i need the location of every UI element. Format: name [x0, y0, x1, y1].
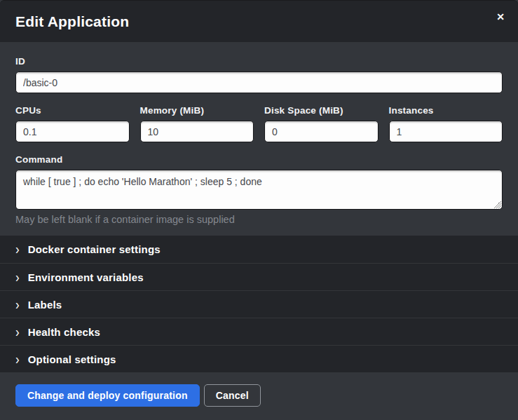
accordion-optional-settings[interactable]: › Optional settings — [0, 345, 518, 372]
cpus-label: CPUs — [15, 105, 130, 116]
disk-label: Disk Space (MiB) — [264, 105, 379, 116]
close-icon: ✕ — [496, 11, 505, 22]
modal-title: Edit Application — [15, 13, 129, 30]
command-label: Command — [15, 154, 503, 165]
id-label: ID — [15, 56, 503, 67]
memory-input[interactable] — [140, 121, 254, 142]
accordion-labels[interactable]: › Labels — [0, 290, 518, 318]
cancel-button[interactable]: Cancel — [204, 384, 261, 407]
accordion-label: Health checks — [28, 326, 100, 338]
command-field-group: Command while [ true ] ; do echo 'Hello … — [15, 154, 503, 225]
instances-label: Instances — [389, 105, 503, 116]
cpus-input[interactable] — [15, 121, 130, 142]
command-help-text: May be left blank if a container image i… — [15, 214, 503, 225]
instances-field-group: Instances — [389, 105, 503, 142]
accordion-sections: › Docker container settings › Environmen… — [0, 236, 518, 372]
memory-label: Memory (MiB) — [140, 105, 254, 116]
command-textarea-wrap: while [ true ] ; do echo 'Hello Marathon… — [15, 170, 503, 210]
command-textarea[interactable]: while [ true ] ; do echo 'Hello Marathon… — [15, 170, 503, 210]
id-input[interactable] — [15, 72, 503, 93]
disk-field-group: Disk Space (MiB) — [264, 105, 379, 142]
close-button[interactable]: ✕ — [493, 9, 508, 25]
chevron-right-icon: › — [15, 352, 20, 366]
disk-input[interactable] — [264, 121, 379, 142]
chevron-right-icon: › — [15, 243, 20, 257]
chevron-right-icon: › — [15, 270, 20, 284]
id-field-group: ID — [15, 56, 503, 93]
accordion-docker-container-settings[interactable]: › Docker container settings — [0, 236, 518, 263]
submit-button[interactable]: Change and deploy configuration — [15, 384, 200, 407]
memory-field-group: Memory (MiB) — [140, 105, 254, 142]
accordion-label: Docker container settings — [28, 243, 161, 255]
resize-handle[interactable] — [493, 201, 501, 208]
chevron-right-icon: › — [15, 325, 20, 339]
modal-body: ID CPUs Memory (MiB) Disk Space (MiB) In… — [0, 42, 518, 236]
modal-header: Edit Application ✕ — [0, 0, 518, 42]
accordion-health-checks[interactable]: › Health checks — [0, 318, 518, 345]
chevron-right-icon: › — [15, 297, 20, 311]
accordion-label: Labels — [28, 299, 62, 311]
accordion-label: Environment variables — [28, 271, 144, 283]
accordion-environment-variables[interactable]: › Environment variables — [0, 263, 518, 290]
cpus-field-group: CPUs — [15, 105, 130, 142]
resources-row: CPUs Memory (MiB) Disk Space (MiB) Insta… — [15, 105, 503, 154]
edit-application-modal: Edit Application ✕ ID CPUs Memory (MiB) … — [0, 0, 518, 420]
modal-footer: Change and deploy configuration Cancel — [0, 372, 518, 420]
instances-input[interactable] — [389, 121, 503, 142]
accordion-label: Optional settings — [28, 353, 116, 365]
